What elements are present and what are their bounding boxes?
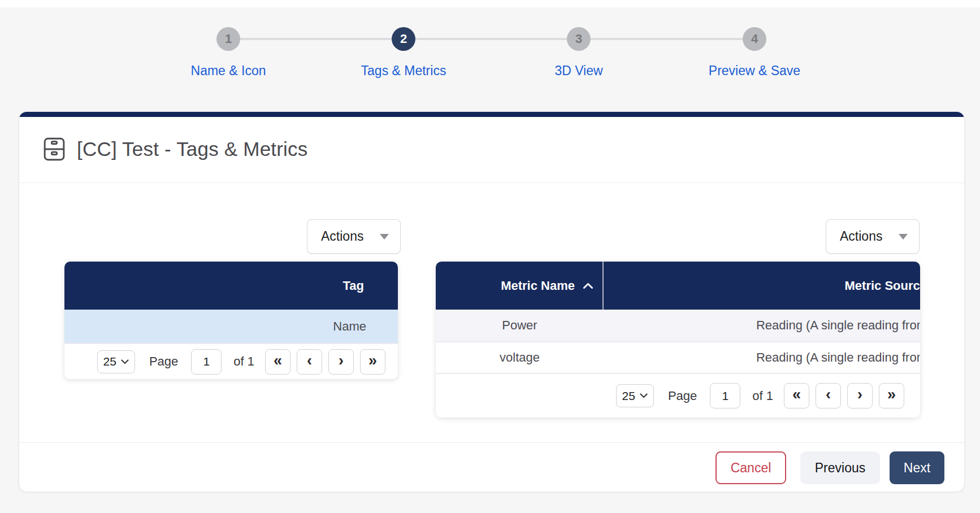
sort-ascending-icon (583, 282, 593, 289)
metrics-actions-label: Actions (840, 229, 882, 244)
chevron-left-icon: ‹ (307, 353, 312, 368)
footer-divider (19, 442, 964, 443)
step-circle-3[interactable]: 3 (567, 27, 591, 51)
page-label: Page (668, 389, 697, 403)
metrics-prev-page-button[interactable]: ‹ (816, 383, 841, 408)
tags-page-size-select[interactable]: 25 (97, 350, 135, 373)
tags-actions-dropdown[interactable]: Actions (307, 219, 401, 254)
metric-source-header-label: Metric Source (845, 279, 921, 293)
tags-next-page-button[interactable]: › (328, 349, 354, 375)
metric-source-cell: Reading (A single reading from (604, 350, 920, 365)
metrics-actions-dropdown[interactable]: Actions (826, 219, 920, 254)
caret-down-icon (380, 234, 389, 240)
page-of-label: of 1 (233, 354, 254, 369)
tags-last-page-button[interactable]: » (360, 349, 385, 375)
chevron-right-icon: › (857, 387, 862, 402)
tags-page-number-input[interactable] (191, 349, 222, 375)
page-title: [CC] Test - Tags & Metrics (77, 138, 307, 160)
double-chevron-left-icon: « (274, 353, 282, 368)
cancel-button[interactable]: Cancel (716, 451, 786, 484)
step-label-tags-metrics[interactable]: Tags & Metrics (313, 63, 494, 79)
metrics-page-number-input[interactable] (710, 383, 740, 408)
double-chevron-right-icon: » (368, 353, 377, 368)
tags-table-header[interactable]: Tag (64, 262, 398, 310)
double-chevron-right-icon: » (887, 387, 896, 402)
double-chevron-left-icon: « (792, 387, 801, 402)
page-size-value: 25 (103, 355, 116, 368)
previous-button[interactable]: Previous (800, 451, 880, 484)
metrics-table: Metric Name Metric Source Power Reading … (436, 262, 920, 418)
metrics-last-page-button[interactable]: » (879, 383, 904, 408)
step-label-3d-view[interactable]: 3D View (488, 63, 669, 79)
metrics-page-size-select[interactable]: 25 (616, 384, 654, 407)
table-row-name[interactable]: Name (64, 310, 398, 343)
tags-actions-label: Actions (321, 229, 363, 244)
metric-name-cell: Power (436, 318, 604, 333)
tag-cell-name: Name (333, 319, 366, 334)
metrics-table-header: Metric Name Metric Source (436, 262, 920, 310)
metrics-first-page-button[interactable]: « (784, 383, 809, 408)
chevron-down-icon (640, 393, 648, 398)
page-of-label: of 1 (752, 389, 773, 403)
metrics-next-page-button[interactable]: › (847, 383, 873, 408)
stepper-connector-line (228, 38, 754, 40)
step-circle-4[interactable]: 4 (743, 27, 766, 51)
metrics-table-pagination: 25 Page of 1 « ‹ › » (436, 373, 920, 418)
table-row-power[interactable]: Power Reading (A single reading from (436, 310, 920, 341)
top-strip (0, 0, 980, 7)
wizard-footer-buttons: Cancel Previous Next (716, 451, 944, 484)
metric-name-header-label: Metric Name (501, 279, 575, 293)
drawers-icon (41, 136, 67, 163)
tags-table-pagination: 25 Page of 1 « ‹ › » (64, 343, 398, 379)
tags-first-page-button[interactable]: « (265, 349, 290, 375)
step-label-preview-save[interactable]: Preview & Save (664, 63, 845, 79)
metrics-table-scroll-content: Metric Name Metric Source Power Reading … (436, 262, 920, 373)
metric-name-column-header[interactable]: Metric Name (436, 262, 604, 310)
table-row-voltage[interactable]: voltage Reading (A single reading from (436, 341, 920, 373)
next-button[interactable]: Next (890, 451, 944, 484)
page-label: Page (149, 354, 178, 369)
metric-source-column-header[interactable]: Metric Source (604, 279, 920, 293)
step-circle-2-active[interactable]: 2 (392, 27, 415, 51)
card-top-accent (19, 112, 964, 117)
metric-source-cell: Reading (A single reading from (604, 318, 920, 333)
tags-prev-page-button[interactable]: ‹ (297, 349, 322, 375)
chevron-down-icon (121, 359, 129, 364)
tags-table: Tag Name 25 Page of 1 « ‹ › » (64, 262, 398, 379)
step-label-name-icon[interactable]: Name & Icon (138, 63, 319, 79)
page-size-value: 25 (622, 389, 635, 403)
tag-column-header[interactable]: Tag (343, 279, 364, 293)
metric-name-cell: voltage (436, 350, 604, 365)
card-header: [CC] Test - Tags & Metrics (41, 136, 307, 163)
chevron-right-icon: › (339, 353, 344, 368)
header-divider (19, 182, 964, 183)
wizard-card: [CC] Test - Tags & Metrics Actions Actio… (19, 111, 965, 492)
chevron-left-icon: ‹ (826, 387, 831, 402)
caret-down-icon (899, 234, 908, 240)
step-circle-1[interactable]: 1 (216, 27, 240, 51)
